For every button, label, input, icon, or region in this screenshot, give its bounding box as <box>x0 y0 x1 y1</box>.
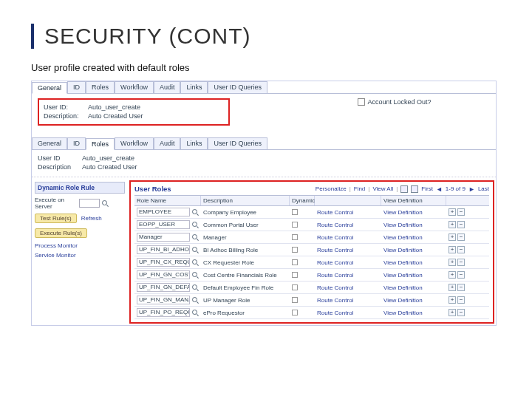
last-link[interactable]: Last <box>478 185 489 192</box>
dynamic-checkbox[interactable] <box>292 297 298 303</box>
user-id-highlight-box: User ID: Auto_user_create Description: A… <box>38 98 230 126</box>
dynamic-checkbox[interactable] <box>292 310 298 316</box>
zoom-icon[interactable] <box>400 185 408 193</box>
view-definition-link[interactable]: View Definition <box>383 222 423 228</box>
view-definition-link[interactable]: View Definition <box>383 310 423 316</box>
role-name-input[interactable]: Manager <box>137 233 190 242</box>
role-desc: BI Adhoc Billing Role <box>201 245 290 255</box>
add-row-button[interactable]: + <box>449 208 456 216</box>
route-control-link[interactable]: Route Control <box>317 259 353 266</box>
delete-row-button[interactable]: − <box>457 246 465 253</box>
tab-row-2: GeneralIDRolesWorkflowAuditLinksUser ID … <box>32 137 496 150</box>
route-control-link[interactable]: Route Control <box>317 310 353 316</box>
role-name-input[interactable]: UP_FIN_GN_DEFAULT <box>137 283 190 292</box>
route-control-link[interactable]: Route Control <box>317 234 353 241</box>
tab-workflow[interactable]: Workflow <box>115 137 154 149</box>
view-definition-link[interactable]: View Definition <box>383 209 423 216</box>
lookup-icon[interactable] <box>191 221 199 228</box>
account-locked-checkbox[interactable] <box>358 98 365 106</box>
lookup-icon[interactable] <box>101 200 109 207</box>
tab-audit[interactable]: Audit <box>154 137 181 149</box>
route-control-link[interactable]: Route Control <box>317 297 353 304</box>
view-definition-link[interactable]: View Definition <box>383 247 423 253</box>
delete-row-button[interactable]: − <box>457 284 465 291</box>
tab-roles[interactable]: Roles <box>86 138 115 150</box>
add-row-button[interactable]: + <box>449 309 456 316</box>
lookup-icon[interactable] <box>191 259 199 266</box>
delete-row-button[interactable]: − <box>457 208 465 216</box>
tab-audit[interactable]: Audit <box>154 81 181 93</box>
tab-user-id-queries[interactable]: User ID Queries <box>208 137 267 149</box>
lookup-icon[interactable] <box>191 296 199 304</box>
dynamic-checkbox[interactable] <box>292 272 298 278</box>
tab-roles[interactable]: Roles <box>86 81 115 93</box>
route-control-link[interactable]: Route Control <box>317 284 353 291</box>
role-name-input[interactable]: UP_FIN_GN_COSTCVI <box>137 270 190 279</box>
process-monitor-link[interactable]: Process Monitor <box>35 242 125 249</box>
dynamic-checkbox[interactable] <box>292 234 298 240</box>
role-name-input[interactable]: UP_FIN_CX_REQUEST <box>137 258 190 267</box>
lookup-icon[interactable] <box>191 309 199 316</box>
role-name-input[interactable]: UP_FIN_BI_ADHOC_R <box>137 245 190 254</box>
execute-rules-button[interactable]: Execute Rule(s) <box>35 228 87 238</box>
add-row-button[interactable]: + <box>449 296 456 304</box>
view-all-link[interactable]: View All <box>372 185 393 192</box>
delete-row-button[interactable]: − <box>457 309 465 316</box>
delete-row-button[interactable]: − <box>457 221 465 228</box>
download-icon[interactable] <box>411 185 418 193</box>
col-dynamic[interactable]: Dynamic <box>290 196 315 205</box>
lookup-icon[interactable] <box>191 208 199 216</box>
dynamic-checkbox[interactable] <box>292 222 298 228</box>
execute-on-server-input[interactable] <box>79 199 100 208</box>
tab-general[interactable]: General <box>32 82 67 94</box>
add-row-button[interactable]: + <box>449 233 456 241</box>
add-row-button[interactable]: + <box>449 259 456 266</box>
col-description[interactable]: Description <box>201 196 290 205</box>
dynamic-checkbox[interactable] <box>292 247 298 253</box>
first-link[interactable]: First <box>421 185 433 192</box>
dynamic-checkbox[interactable] <box>292 209 298 215</box>
view-definition-link[interactable]: View Definition <box>383 259 423 266</box>
find-link[interactable]: Find <box>354 185 366 192</box>
tab-id[interactable]: ID <box>67 137 86 149</box>
add-row-button[interactable]: + <box>449 271 456 279</box>
add-row-button[interactable]: + <box>449 221 456 228</box>
delete-row-button[interactable]: − <box>457 233 465 241</box>
view-definition-link[interactable]: View Definition <box>383 234 423 241</box>
route-control-link[interactable]: Route Control <box>317 272 353 279</box>
delete-row-button[interactable]: − <box>457 259 465 266</box>
dynamic-checkbox[interactable] <box>292 259 298 265</box>
tab-links[interactable]: Links <box>180 81 208 93</box>
dynamic-checkbox[interactable] <box>292 284 298 290</box>
role-name-input[interactable]: UP_FIN_GN_MANAGE <box>137 296 190 304</box>
add-row-button[interactable]: + <box>449 284 456 291</box>
route-control-link[interactable]: Route Control <box>317 209 353 216</box>
lookup-icon[interactable] <box>191 233 199 241</box>
view-definition-link[interactable]: View Definition <box>383 284 423 291</box>
personalize-link[interactable]: Personalize <box>316 185 347 192</box>
tab-general[interactable]: General <box>32 137 67 149</box>
role-name-input[interactable]: EMPLOYEE <box>137 208 190 216</box>
service-monitor-link[interactable]: Service Monitor <box>35 252 125 259</box>
test-rules-button[interactable]: Test Rule(s) <box>35 214 77 223</box>
lookup-icon[interactable] <box>191 284 199 291</box>
lookup-icon[interactable] <box>191 271 199 279</box>
next-arrow-icon[interactable]: ► <box>468 185 475 193</box>
route-control-link[interactable]: Route Control <box>317 247 353 253</box>
add-row-button[interactable]: + <box>449 246 456 253</box>
prev-arrow-icon[interactable]: ◄ <box>436 185 443 193</box>
refresh-link[interactable]: Refresh <box>81 215 102 222</box>
tab-links[interactable]: Links <box>180 137 208 149</box>
col-role-name[interactable]: Role Name <box>134 196 201 205</box>
tab-workflow[interactable]: Workflow <box>115 81 154 93</box>
role-name-input[interactable]: EOPP_USER <box>137 220 190 229</box>
delete-row-button[interactable]: − <box>457 296 465 304</box>
delete-row-button[interactable]: − <box>457 271 465 279</box>
lookup-icon[interactable] <box>191 246 199 253</box>
route-control-link[interactable]: Route Control <box>317 222 353 228</box>
tab-user-id-queries[interactable]: User ID Queries <box>208 81 267 93</box>
view-definition-link[interactable]: View Definition <box>383 272 423 279</box>
role-name-input[interactable]: UP_FIN_PO_REQUEST <box>137 308 190 317</box>
tab-id[interactable]: ID <box>67 81 86 93</box>
view-definition-link[interactable]: View Definition <box>383 297 423 304</box>
